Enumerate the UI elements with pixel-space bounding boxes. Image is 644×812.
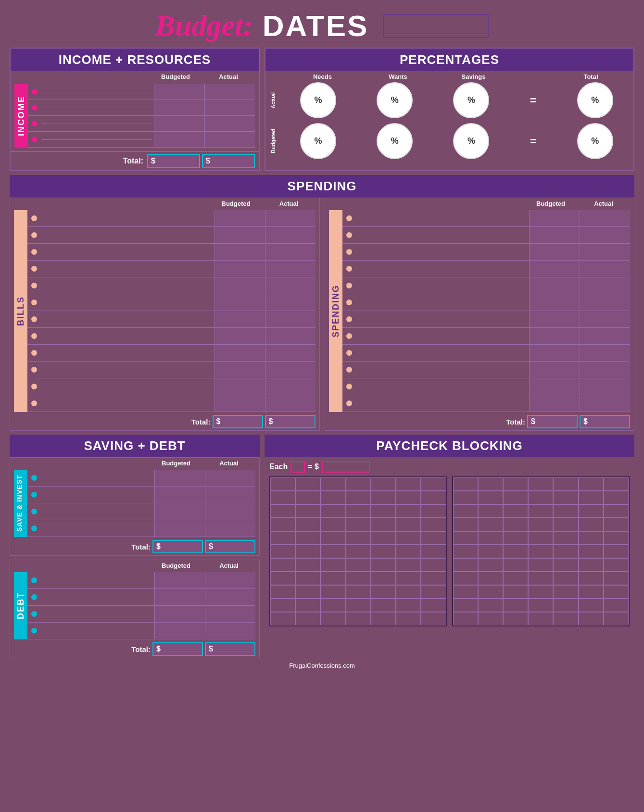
spending-budgeted-cell[interactable] — [529, 210, 580, 226]
grid-cell[interactable] — [528, 612, 553, 625]
grid-cell[interactable] — [604, 545, 629, 558]
grid-cell[interactable] — [320, 491, 345, 504]
grid-cell[interactable] — [270, 572, 295, 585]
grid-cell[interactable] — [528, 531, 553, 545]
bills-actual-cell[interactable] — [265, 395, 316, 412]
grid-cell[interactable] — [604, 585, 629, 599]
grid-cell[interactable] — [453, 504, 478, 518]
grid-cell[interactable] — [396, 518, 421, 531]
grid-cell[interactable] — [478, 504, 503, 518]
spending-actual-cell[interactable] — [580, 227, 630, 243]
grid-cell[interactable] — [295, 531, 320, 545]
grid-cell[interactable] — [453, 477, 478, 491]
grid-cell[interactable] — [396, 491, 421, 504]
grid-cell[interactable] — [295, 477, 320, 491]
grid-cell[interactable] — [478, 558, 503, 572]
bills-actual-cell[interactable] — [265, 261, 316, 277]
dates-input[interactable] — [383, 14, 489, 38]
grid-cell[interactable] — [421, 518, 446, 531]
grid-cell[interactable] — [579, 585, 604, 599]
debt-budgeted-cell[interactable] — [154, 589, 205, 605]
grid-cell[interactable] — [478, 491, 503, 504]
grid-cell[interactable] — [295, 599, 320, 612]
grid-cell[interactable] — [528, 491, 553, 504]
spending-budgeted-cell[interactable] — [529, 378, 580, 395]
grid-cell[interactable] — [396, 531, 421, 545]
grid-cell[interactable] — [320, 558, 345, 572]
debt-actual-cell[interactable] — [205, 623, 255, 639]
bills-budgeted-cell[interactable] — [215, 277, 265, 294]
grid-cell[interactable] — [421, 477, 446, 491]
grid-cell[interactable] — [503, 585, 528, 599]
grid-cell[interactable] — [503, 599, 528, 612]
grid-cell[interactable] — [396, 545, 421, 558]
grid-cell[interactable] — [371, 545, 396, 558]
grid-cell[interactable] — [528, 585, 553, 599]
grid-cell[interactable] — [421, 531, 446, 545]
grid-cell[interactable] — [346, 504, 371, 518]
grid-cell[interactable] — [553, 612, 578, 625]
grid-cell[interactable] — [553, 558, 578, 572]
grid-cell[interactable] — [528, 572, 553, 585]
debt-total-actual[interactable]: $ — [205, 642, 255, 656]
bills-actual-cell[interactable] — [265, 328, 316, 344]
grid-cell[interactable] — [528, 477, 553, 491]
pct-budgeted-total[interactable]: % — [577, 123, 613, 159]
grid-cell[interactable] — [396, 612, 421, 625]
grid-cell[interactable] — [553, 491, 578, 504]
spending-actual-cell[interactable] — [580, 378, 630, 395]
save-budgeted-cell[interactable] — [154, 520, 205, 537]
grid-cell[interactable] — [295, 585, 320, 599]
grid-cell[interactable] — [478, 612, 503, 625]
grid-cell[interactable] — [346, 531, 371, 545]
bills-total-actual[interactable]: $ — [265, 415, 316, 428]
grid-cell[interactable] — [371, 491, 396, 504]
income-budgeted-cell[interactable] — [154, 132, 204, 147]
grid-cell[interactable] — [421, 585, 446, 599]
grid-cell[interactable] — [421, 558, 446, 572]
grid-cell[interactable] — [478, 518, 503, 531]
grid-cell[interactable] — [579, 558, 604, 572]
spending-budgeted-cell[interactable] — [529, 294, 580, 311]
bills-budgeted-cell[interactable] — [215, 244, 265, 260]
grid-cell[interactable] — [604, 612, 629, 625]
grid-cell[interactable] — [346, 518, 371, 531]
grid-cell[interactable] — [295, 545, 320, 558]
grid-cell[interactable] — [453, 612, 478, 625]
grid-cell[interactable] — [604, 572, 629, 585]
bills-budgeted-cell[interactable] — [215, 311, 265, 327]
grid-cell[interactable] — [579, 572, 604, 585]
save-total-budgeted[interactable]: $ — [152, 540, 203, 553]
bills-budgeted-cell[interactable] — [215, 328, 265, 344]
spending-actual-cell[interactable] — [580, 261, 630, 277]
spending-budgeted-cell[interactable] — [529, 227, 580, 243]
spending-actual-cell[interactable] — [580, 395, 630, 412]
grid-cell[interactable] — [604, 531, 629, 545]
grid-cell[interactable] — [270, 477, 295, 491]
income-actual-cell[interactable] — [204, 116, 255, 131]
save-budgeted-cell[interactable] — [154, 470, 205, 486]
bills-budgeted-cell[interactable] — [215, 294, 265, 311]
grid-cell[interactable] — [346, 491, 371, 504]
income-actual-cell[interactable] — [204, 100, 255, 115]
grid-cell[interactable] — [320, 477, 345, 491]
grid-cell[interactable] — [421, 572, 446, 585]
grid-cell[interactable] — [270, 491, 295, 504]
grid-cell[interactable] — [478, 545, 503, 558]
grid-cell[interactable] — [270, 558, 295, 572]
bills-total-budgeted[interactable]: $ — [213, 415, 263, 428]
grid-cell[interactable] — [295, 558, 320, 572]
grid-cell[interactable] — [371, 518, 396, 531]
grid-cell[interactable] — [320, 612, 345, 625]
grid-cell[interactable] — [604, 491, 629, 504]
bills-actual-cell[interactable] — [265, 311, 316, 327]
grid-cell[interactable] — [579, 599, 604, 612]
pct-actual-needs[interactable]: % — [300, 82, 336, 118]
grid-cell[interactable] — [396, 585, 421, 599]
grid-cell[interactable] — [604, 599, 629, 612]
income-budgeted-cell[interactable] — [154, 100, 204, 115]
grid-cell[interactable] — [528, 545, 553, 558]
save-actual-cell[interactable] — [205, 503, 255, 520]
grid-cell[interactable] — [453, 599, 478, 612]
grid-cell[interactable] — [371, 504, 396, 518]
